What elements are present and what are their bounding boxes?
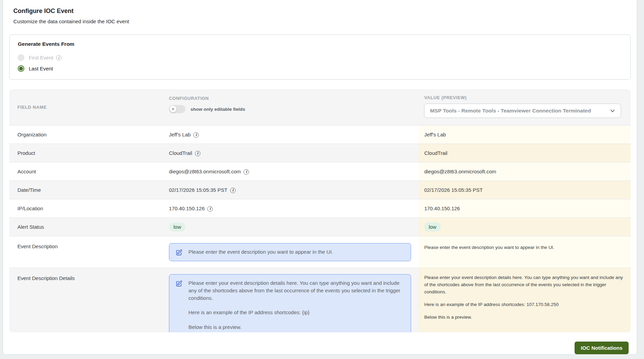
table-row-organization: Organization Jeff's Lab i Jeff's Lab xyxy=(9,125,631,144)
preview-paragraph: Below this is a preview. xyxy=(424,314,624,321)
configuration-cell: Please enter your event description deta… xyxy=(169,268,419,332)
table-row-event-description: Event Description Please enter the event… xyxy=(9,236,631,268)
value-preview-header: VALUE (PREVIEW) xyxy=(424,95,466,100)
preview-event-select-value: MSP Tools - Remote Tools - Teamviewer Co… xyxy=(430,108,591,114)
ioc-notifications-button[interactable]: IOC Notifications xyxy=(575,342,629,354)
field-name-cell: Organization xyxy=(9,125,169,144)
value-preview-cell: 02/17/2026 15:05:35 PST xyxy=(419,181,631,199)
field-name-cell: IP/Location xyxy=(9,199,169,217)
configuration-cell: low xyxy=(169,218,419,236)
value-preview-header-cell: VALUE (PREVIEW) MSP Tools - Remote Tools… xyxy=(419,89,631,125)
event-description-details-text: Please enter your event description deta… xyxy=(188,279,405,331)
table-row-product: Product CloudTrail i CloudTrail xyxy=(9,144,631,162)
radio-label-last-event: Last Event xyxy=(29,66,53,71)
info-icon[interactable]: i xyxy=(230,188,236,193)
configuration-cell: 02/17/2026 15:05:35 PST i xyxy=(169,181,419,199)
editor-paragraph: Please enter your event description deta… xyxy=(188,279,405,302)
ioc-fields-table: FIELD NAME CONFIGURATION ✕ show only edi… xyxy=(9,89,631,332)
value-preview-cell: Jeff's Lab xyxy=(419,125,631,144)
event-description-details-preview: Please enter your event description deta… xyxy=(424,274,624,321)
status-badge: low xyxy=(169,222,186,231)
configuration-cell: 170.40.150.126 i xyxy=(169,199,419,217)
page-subtitle: Customize the data contained inside the … xyxy=(13,18,631,24)
table-row-account: Account diegos@z8t63.onmicrosoft.com i d… xyxy=(9,162,631,181)
footer-actions: IOC Notifications xyxy=(9,332,631,354)
value-preview-cell: Please enter your event description deta… xyxy=(419,268,631,332)
configuration-value: 02/17/2026 15:05:35 PST xyxy=(169,187,227,193)
edit-icon xyxy=(175,249,183,256)
field-name-header-cell: FIELD NAME xyxy=(9,89,169,125)
field-name-cell: Date/Time xyxy=(9,181,169,199)
configuration-value: CloudTrail xyxy=(169,150,192,156)
configuration-cell: Jeff's Lab i xyxy=(169,125,419,144)
page-title: Configure IOC Event xyxy=(13,8,631,15)
toggle-off-icon: ✕ xyxy=(170,106,176,112)
info-icon[interactable]: i xyxy=(195,151,200,156)
configuration-value: Jeff's Lab xyxy=(169,132,190,137)
field-name-header: FIELD NAME xyxy=(17,105,47,110)
field-name-cell: Account xyxy=(9,162,169,181)
configuration-cell: CloudTrail i xyxy=(169,144,419,162)
generate-events-heading: Generate Events From xyxy=(18,41,622,47)
radio-option-first-event[interactable]: First Event i xyxy=(18,52,622,63)
value-preview-cell: Please enter the event description you w… xyxy=(419,236,631,268)
editable-fields-toggle[interactable]: ✕ xyxy=(169,105,185,113)
status-badge: low xyxy=(424,222,441,231)
configuration-header: CONFIGURATION xyxy=(169,96,209,101)
toggle-label: show only editable fields xyxy=(190,107,245,112)
info-icon[interactable]: i xyxy=(244,169,249,175)
preview-paragraph: Please enter your event description deta… xyxy=(424,274,624,296)
field-name-cell: Event Description xyxy=(9,236,169,268)
configure-ioc-event-page: Configure IOC Event Customize the data c… xyxy=(3,0,637,355)
configuration-value: diegos@z8t63.onmicrosoft.com xyxy=(169,169,241,174)
field-name-cell: Event Description Details xyxy=(9,268,169,332)
editor-paragraph: Here is an example of the IP address sho… xyxy=(188,309,405,316)
configuration-value: 170.40.150.126 xyxy=(169,205,205,211)
table-row-ip-location: IP/Location 170.40.150.126 i 170.40.150.… xyxy=(9,199,631,217)
preview-event-select[interactable]: MSP Tools - Remote Tools - Teamviewer Co… xyxy=(424,104,621,118)
table-header-row: FIELD NAME CONFIGURATION ✕ show only edi… xyxy=(9,89,631,125)
radio-button-first-event[interactable] xyxy=(18,54,24,61)
table-row-event-description-details: Event Description Details Please enter y… xyxy=(9,268,631,332)
radio-option-last-event[interactable]: Last Event xyxy=(18,63,622,74)
configuration-header-cell: CONFIGURATION ✕ show only editable field… xyxy=(169,89,419,125)
value-preview-cell: low xyxy=(419,218,631,236)
preview-paragraph: Here is an example of the IP address sho… xyxy=(424,301,624,308)
event-description-details-editor[interactable]: Please enter your event description deta… xyxy=(169,274,411,332)
event-description-editor[interactable]: Please enter the event description you w… xyxy=(169,243,411,261)
info-icon[interactable]: i xyxy=(193,132,199,138)
field-name-cell: Alert Status xyxy=(9,218,169,236)
chevron-down-icon xyxy=(610,108,615,114)
editor-paragraph: Below this is a preview. xyxy=(188,323,405,331)
event-description-text: Please enter the event description you w… xyxy=(188,248,333,256)
configuration-cell: diegos@z8t63.onmicrosoft.com i xyxy=(169,162,419,181)
radio-button-last-event[interactable] xyxy=(18,65,24,72)
configuration-cell: Please enter the event description you w… xyxy=(169,236,419,268)
value-preview-cell: 170.40.150.126 xyxy=(419,199,631,217)
value-preview-cell: CloudTrail xyxy=(419,144,631,162)
info-icon[interactable]: i xyxy=(207,206,213,212)
radio-label-first-event: First Event xyxy=(29,55,53,61)
edit-icon xyxy=(175,280,183,287)
table-row-date-time: Date/Time 02/17/2026 15:05:35 PST i 02/1… xyxy=(9,181,631,199)
field-name-cell: Product xyxy=(9,144,169,162)
info-icon[interactable]: i xyxy=(56,55,62,61)
table-row-alert-status: Alert Status low low xyxy=(9,217,631,236)
generate-events-panel: Generate Events From First Event i Last … xyxy=(9,35,631,80)
value-preview-cell: diegos@z8t63.onmicrosoft.com xyxy=(419,162,631,181)
event-description-preview: Please enter the event description you w… xyxy=(424,242,624,251)
